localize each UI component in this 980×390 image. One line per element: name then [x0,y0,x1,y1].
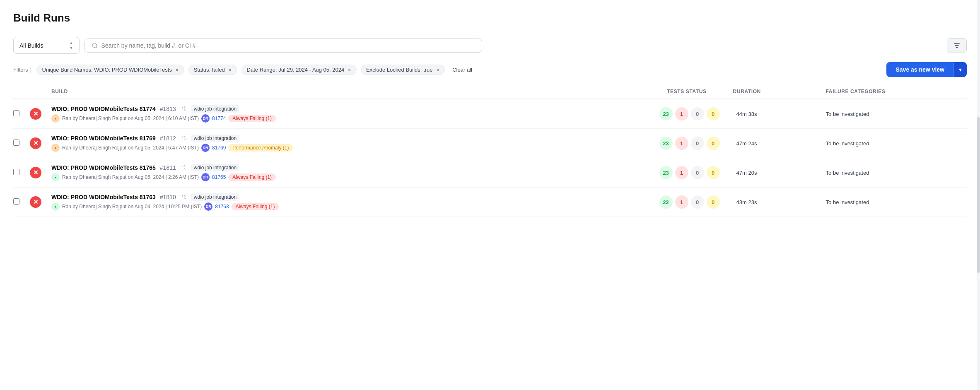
table-row[interactable]: ✕ WDIO: PROD WDIOMobileTests 81769 #1812… [13,129,967,158]
row-status-cell: ✕ [27,99,45,129]
env-icon: ● [51,114,60,123]
build-tag: wdio job integration [191,164,239,171]
row-checkbox-cell [13,188,27,217]
filter-chip-unique-names-close[interactable]: × [175,67,179,73]
filter-chip-locked-close[interactable]: × [436,67,439,73]
pill-red: 1 [675,107,688,120]
filter-chip-unique-names[interactable]: Unique Build Names: WDIO: PROD WDIOMobil… [36,65,184,75]
row-duration-cell: 44m 38s [727,99,819,129]
pill-green: 23 [659,107,673,120]
toolbar: All Builds ▲ ▼ [13,37,967,54]
ran-by-text: Ran by Dheeraj Singh Rajput on Aug 05, 2… [62,145,199,151]
fail-icon: ✕ [30,196,41,208]
row-status-pills-cell: 23 1 0 0 [596,158,726,188]
env-icon: ● [51,202,60,211]
filters-label: Filters [13,67,31,73]
ran-by-text: Ran by Dheeraj Singh Rajput on Aug 05, 2… [62,174,199,180]
build-row-main: WDIO: PROD WDIOMobileTests 81765 #1811 w… [51,164,589,171]
row-checkbox-cell [13,158,27,188]
build-name[interactable]: WDIO: PROD WDIOMobileTests 81765 [51,164,156,171]
ran-by-text: Ran by Dheeraj Singh Rajput on Aug 05, 2… [62,116,199,121]
status-pills: 22 1 0 0 [602,195,719,209]
pill-gray: 0 [691,166,704,179]
build-name[interactable]: WDIO: PROD WDIOMobileTests 81769 [51,135,156,142]
build-row-sub: ● Ran by Dheeraj Singh Rajput on Aug 05,… [51,144,589,152]
filter-chip-status-close[interactable]: × [228,67,232,73]
filters-row: Filters Unique Build Names: WDIO: PROD W… [13,62,967,77]
fail-icon: ✕ [30,167,41,178]
th-tests-status: TESTS STATUS [596,84,726,99]
table-row[interactable]: ✕ WDIO: PROD WDIOMobileTests 81774 #1813… [13,99,967,129]
build-name[interactable]: WDIO: PROD WDIOMobileTests 81774 [51,106,156,112]
build-number[interactable]: 81769 [212,145,226,151]
failure-text: To be investigated [826,111,869,117]
filter-chip-date-range[interactable]: Date Range: Jul 29, 2024 - Aug 05, 2024 … [241,65,357,75]
chevrons-icon: ▲ ▼ [69,41,73,50]
build-hash: #1811 [160,164,176,171]
status-pills: 23 1 0 0 [602,107,719,120]
filter-chip-status[interactable]: Status: failed × [188,65,237,75]
wand-icon [181,135,187,141]
th-checkbox [13,84,27,99]
build-number[interactable]: 81763 [215,204,229,209]
row-checkbox[interactable] [13,110,19,116]
page-title: Build Runs [13,12,967,24]
pill-red: 1 [675,166,688,179]
wand-icon [181,106,187,112]
save-view-btn-group: Save as new view ▾ [886,62,967,77]
pill-yellow: 0 [707,166,720,179]
row-failure-cell: To be investigated [819,129,967,158]
build-tag: wdio job integration [191,135,239,142]
build-table: BUILD TESTS STATUS DURATION FAILURE CATE… [13,84,967,217]
row-failure-cell: To be investigated [819,158,967,188]
filter-chip-date-range-close[interactable]: × [348,67,351,73]
search-input[interactable] [101,42,475,49]
build-hash: #1810 [160,194,176,200]
filter-button[interactable] [947,38,967,53]
table-header-row: BUILD TESTS STATUS DURATION FAILURE CATE… [13,84,967,99]
row-status-cell: ✕ [27,158,45,188]
row-build-cell: WDIO: PROD WDIOMobileTests 81763 #1810 w… [45,188,596,217]
build-name[interactable]: WDIO: PROD WDIOMobileTests 81763 [51,194,156,200]
pill-gray: 0 [691,137,704,150]
row-failure-cell: To be investigated [819,99,967,129]
row-checkbox[interactable] [13,169,19,175]
duration-text: 44m 38s [733,111,757,117]
row-build-cell: WDIO: PROD WDIOMobileTests 81769 #1812 w… [45,129,596,158]
svg-line-1 [96,47,97,48]
build-number[interactable]: 81774 [212,116,226,121]
row-status-cell: ✕ [27,129,45,158]
build-number[interactable]: 81765 [212,174,226,180]
view-select[interactable]: All Builds ▲ ▼ [13,37,80,54]
page-container: Build Runs All Builds ▲ ▼ [0,0,980,390]
scrollbar-thumb[interactable] [977,117,980,273]
build-row-sub: ● Ran by Dheeraj Singh Rajput on Aug 05,… [51,173,589,181]
fail-icon: ✕ [30,108,41,120]
build-row-sub: ● Ran by Dheeraj Singh Rajput on Aug 04,… [51,202,589,211]
wand-icon [181,165,187,171]
save-view-button[interactable]: Save as new view [886,62,953,77]
search-icon [92,42,98,49]
table-row[interactable]: ✕ WDIO: PROD WDIOMobileTests 81763 #1810… [13,188,967,217]
scrollbar-track[interactable] [977,0,980,390]
pill-gray: 0 [691,107,704,120]
failure-text: To be investigated [826,199,869,205]
badge: Performance Anomaly (1) [228,144,293,152]
row-checkbox[interactable] [13,198,19,205]
row-build-cell: WDIO: PROD WDIOMobileTests 81765 #1811 w… [45,158,596,188]
row-build-cell: WDIO: PROD WDIOMobileTests 81774 #1813 w… [45,99,596,129]
svg-point-0 [92,43,97,47]
env-icon: ● [51,173,60,181]
filter-chip-locked[interactable]: Exclude Locked Builds: true × [361,65,445,75]
pill-green: 23 [659,166,673,179]
clear-all-button[interactable]: Clear all [449,65,476,75]
row-checkbox[interactable] [13,140,19,146]
pill-red: 1 [675,137,688,150]
row-duration-cell: 43m 23s [727,188,819,217]
avatar: DR [201,173,210,181]
table-row[interactable]: ✕ WDIO: PROD WDIOMobileTests 81765 #1811… [13,158,967,188]
row-status-cell: ✕ [27,188,45,217]
avatar: DR [201,144,210,152]
save-view-chevron-button[interactable]: ▾ [953,62,967,77]
build-hash: #1812 [160,135,176,142]
